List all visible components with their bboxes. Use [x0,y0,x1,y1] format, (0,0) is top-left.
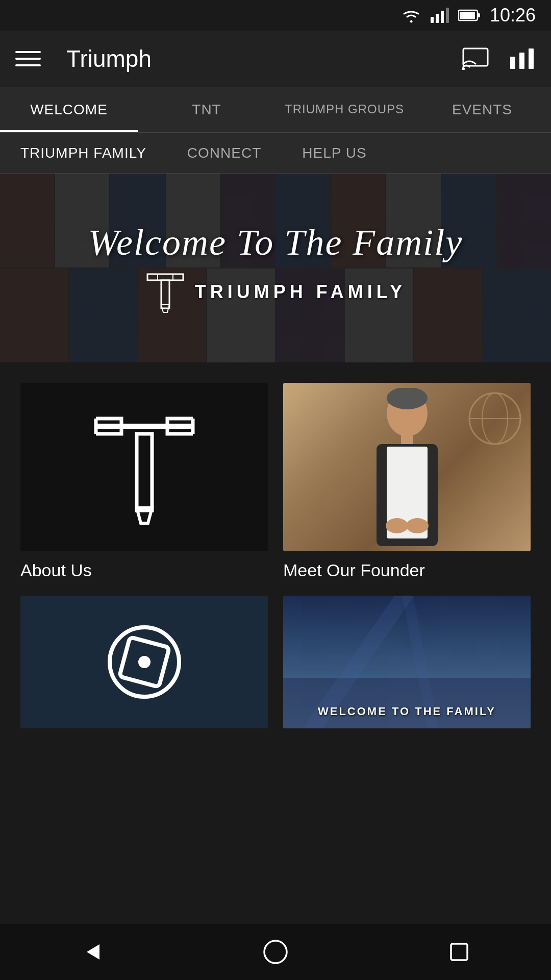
svg-point-8 [462,67,465,70]
triumph-logo-large [86,401,203,533]
home-button[interactable] [255,932,296,972]
tab-triumph-groups[interactable]: TRIUMPH GROUPS [276,87,413,132]
svg-rect-0 [431,17,434,23]
hero-content: Welcome To The Family TRIUMPH FAMILY [88,222,463,315]
globe-bg [464,388,525,449]
subtab-connect[interactable]: CONNECT [167,133,282,173]
content-grid: About Us [0,362,551,749]
founder-silhouette [346,388,468,551]
cast-icon[interactable] [462,47,489,70]
menu-button[interactable] [15,51,41,66]
status-time: 10:26 [490,5,536,26]
analytics-icon[interactable] [509,47,536,70]
tabs-primary: WELCOME TNT TRIUMPH GROUPS EVENTS [0,87,551,133]
status-bar: 10:26 [0,0,551,31]
toolbar-actions [462,47,536,70]
founder-bg [283,383,531,551]
svg-marker-14 [173,274,183,280]
svg-rect-3 [446,8,449,23]
svg-rect-10 [519,53,524,69]
hero-banner: Welcome To The Family TRIUMPH FAMILY [0,174,551,362]
svg-rect-12 [147,274,183,280]
app-title: Triumph [66,45,447,72]
recent-icon [448,941,470,963]
about-us-image [20,383,268,551]
svg-point-30 [386,518,408,533]
recent-apps-button[interactable] [439,932,480,972]
tab-tnt[interactable]: TNT [138,87,276,132]
connect-card[interactable] [20,596,268,728]
meet-founder-label: Meet Our Founder [283,560,531,580]
connect-icon-svg [104,621,185,703]
hero-family-label: TRIUMPH FAMILY [195,281,407,303]
main-content: Welcome To The Family TRIUMPH FAMILY [0,174,551,815]
svg-rect-11 [529,48,534,69]
svg-marker-39 [87,944,99,960]
tab-events[interactable]: EVENTS [413,87,551,132]
welcome-family-image: WELCOME TO THE FAMILY [283,596,531,728]
svg-rect-19 [137,434,152,510]
svg-rect-6 [460,12,475,19]
svg-rect-1 [436,14,439,23]
meet-founder-card[interactable]: Meet Our Founder [283,383,531,580]
svg-rect-5 [478,13,480,17]
connect-image [20,596,268,728]
about-us-label: About Us [20,560,268,580]
svg-rect-9 [510,57,515,69]
svg-point-31 [406,518,429,533]
back-button[interactable] [71,932,112,972]
status-icons: 10:26 [401,5,536,26]
triumph-t-logo [145,269,186,315]
toolbar: Triumph [0,31,551,87]
hero-welcome-text: Welcome To The Family [88,222,463,264]
tab-welcome[interactable]: WELCOME [0,87,138,132]
battery-icon [458,9,481,22]
wifi-icon [401,8,421,23]
tabs-secondary: TRIUMPH FAMILY CONNECT HELP US [0,133,551,174]
signal-icon [431,8,449,23]
svg-rect-2 [441,11,444,23]
svg-rect-15 [161,280,169,308]
subtab-triumph-family[interactable]: TRIUMPH FAMILY [0,133,167,173]
svg-point-34 [138,656,151,668]
svg-point-40 [264,941,287,963]
hero-logo-row: TRIUMPH FAMILY [145,269,407,315]
svg-marker-13 [147,274,158,280]
bottom-nav [0,924,551,980]
home-icon [263,939,288,965]
meet-founder-image [283,383,531,551]
welcome-family-card[interactable]: WELCOME TO THE FAMILY [283,596,531,728]
back-icon [79,939,105,965]
svg-point-25 [387,388,428,409]
about-us-card[interactable]: About Us [20,383,268,580]
welcome-to-family-text: WELCOME TO THE FAMILY [283,705,531,718]
subtab-help-us[interactable]: HELP US [282,133,387,173]
svg-rect-41 [451,944,467,960]
